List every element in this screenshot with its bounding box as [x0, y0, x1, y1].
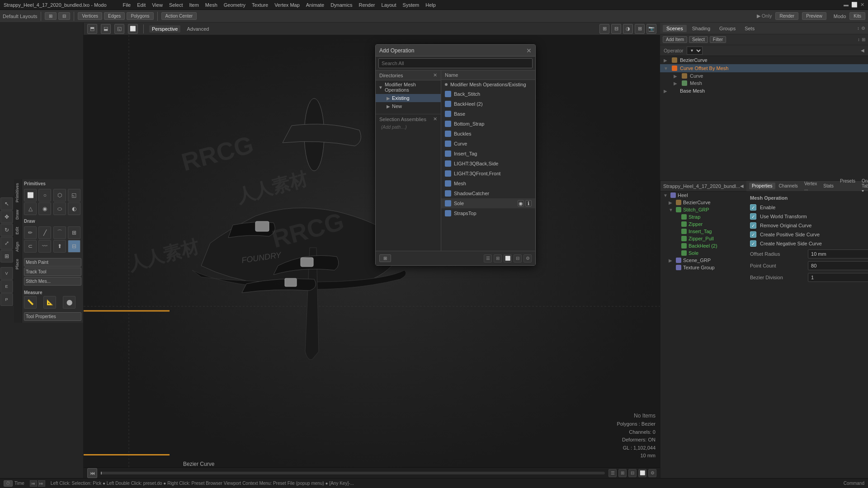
vp-bottom-large-icon[interactable]: ⬜ [638, 469, 646, 477]
list-item-base[interactable]: Base [441, 109, 535, 119]
pipe-tool[interactable]: ⊂ [24, 240, 37, 253]
tape-tool[interactable]: ⬤ [63, 296, 75, 309]
hier-backheel[interactable]: BackHeel (2) [660, 242, 746, 249]
negative-curve-checkbox[interactable] [750, 240, 756, 247]
vertices-btn[interactable]: Vertices [78, 12, 102, 20]
vp-icon-3[interactable]: ◱ [114, 24, 124, 34]
dialog-footer-btn1[interactable]: ⊞ [379, 254, 391, 262]
vp-icon-4[interactable]: ⬜ [128, 24, 138, 34]
menu-dynamics[interactable]: Dynamics [330, 2, 352, 8]
menu-vertexmap[interactable]: Vertex Map [274, 2, 300, 8]
vp-bottom-settings-icon[interactable]: ⚙ [648, 469, 656, 477]
kits-btn[interactable]: Kits [849, 12, 865, 20]
line-tool[interactable]: ╱ [38, 226, 51, 239]
cylinder-tool[interactable]: ⬡ [53, 189, 66, 202]
filter-btn[interactable]: Filter [710, 36, 726, 43]
vp-wire-icon[interactable]: ⊞ [635, 24, 645, 34]
track-tool[interactable]: Track Tool [24, 267, 81, 276]
menu-geometry[interactable]: Geometry [224, 2, 245, 8]
edit-section[interactable]: Edit [14, 223, 22, 238]
scene-settings-icon[interactable]: ⚙ [861, 26, 865, 31]
enable-checkbox[interactable] [750, 204, 756, 211]
new-item[interactable]: ▶ New [376, 102, 441, 110]
hier-stitch-grp[interactable]: ▼ Stitch_GRP [660, 206, 746, 213]
menu-texture[interactable]: Texture [252, 2, 268, 8]
point-count-input[interactable] [808, 261, 868, 270]
prop-tab-properties[interactable]: Properties [749, 183, 775, 189]
op-curve-offset[interactable]: ▼ Curve Offset By Mesh [660, 64, 868, 72]
move-tool[interactable]: ✥ [0, 211, 13, 223]
timeline-scrubber[interactable] [101, 472, 605, 474]
time-icon[interactable]: ⏱ [4, 480, 13, 487]
edge-mode[interactable]: E [0, 280, 13, 293]
scale-tool[interactable]: ⤢ [0, 237, 13, 249]
play-btn[interactable]: ⏮ [30, 480, 37, 487]
toolbar-new-mesh[interactable]: ⊞ [45, 12, 57, 20]
hier-texture-grp[interactable]: Texture Group [660, 264, 746, 271]
world-transform-checkbox[interactable] [750, 213, 756, 220]
prop-tab-stats[interactable]: Stats [821, 183, 836, 189]
op-mesh-sub[interactable]: ▶ Mesh [660, 80, 868, 87]
menu-item[interactable]: Item [189, 2, 198, 8]
preview-btn[interactable]: Preview [802, 12, 826, 20]
menu-render[interactable]: Render [359, 2, 375, 8]
menu-help[interactable]: Help [425, 2, 436, 8]
groups-tab[interactable]: Groups [716, 25, 739, 32]
vp-icon-1[interactable]: ⬒ [87, 24, 97, 34]
align-section[interactable]: Align [14, 238, 22, 256]
dialog-close-btn[interactable]: ✕ [526, 47, 532, 54]
positive-curve-checkbox[interactable] [750, 231, 756, 238]
op-collapse-icon[interactable]: ◀ [861, 48, 864, 53]
ruler-tool[interactable]: 📏 [24, 296, 37, 309]
menu-animate[interactable]: Animate [306, 2, 324, 8]
primitives-section[interactable]: Primitives [14, 179, 22, 206]
menu-layout[interactable]: Layout [382, 2, 396, 8]
operator-dropdown[interactable]: ▾ [687, 47, 703, 55]
list-item-sole[interactable]: Sole ◉ ℹ [441, 198, 535, 208]
list-item-light2[interactable]: LIGHT:3QFront,Front [441, 169, 535, 178]
list-item-strapstop[interactable]: StrapsTop [441, 208, 535, 218]
op-curve-sub[interactable]: ▶ Curve [660, 72, 868, 80]
op-beziercurve[interactable]: ▶ BezierCurve [660, 56, 868, 64]
play2-btn[interactable]: ⏭ [38, 480, 45, 487]
tool-properties-label[interactable]: Tool Properties [24, 312, 81, 321]
close-left-panel-icon[interactable]: ✕ [433, 72, 437, 78]
list-item-curve[interactable]: Curve [441, 139, 535, 149]
scenes-tab[interactable]: Scenes [663, 25, 687, 32]
cone-tool[interactable]: △ [24, 202, 37, 215]
list-item-shadowcatcher[interactable]: ShadowCatcher [441, 188, 535, 198]
advanced-tab[interactable]: Advanced [184, 25, 212, 33]
list-item-buckles[interactable]: Buckles [441, 129, 535, 139]
item-eye-icon[interactable]: ◉ [518, 200, 524, 206]
scene-view-icon1[interactable]: ↕ [858, 37, 860, 42]
edges-btn[interactable]: Edges [104, 12, 125, 20]
remove-curve-checkbox[interactable] [750, 222, 756, 229]
hier-strap[interactable]: Strap [660, 213, 746, 221]
hier-beziercurve[interactable]: ▶ BezierCurve [660, 199, 746, 206]
disc-tool[interactable]: ◐ [68, 202, 80, 215]
list-item-inserttag[interactable]: Insert_Tag [441, 149, 535, 159]
perspective-tab[interactable]: Perspective [149, 25, 180, 33]
view-grid-icon[interactable]: ⊞ [494, 254, 502, 263]
capsule-tool[interactable]: ⬭ [53, 202, 66, 215]
toolbar-preset[interactable]: ⊟ [58, 12, 70, 20]
poly-mode[interactable]: P [0, 293, 13, 306]
menu-select[interactable]: Select [169, 2, 183, 8]
prop-tab-vertex[interactable]: Vertex ... [802, 180, 820, 192]
hier-zipper[interactable]: Zipper [660, 221, 746, 228]
hier-collapse-icon[interactable]: ◀ [740, 183, 744, 188]
vp-shade-icon[interactable]: ◑ [623, 24, 633, 34]
transform-tool[interactable]: ⊞ [0, 250, 13, 263]
rotate-tool[interactable]: ↻ [0, 224, 13, 236]
protractor-tool[interactable]: 📐 [43, 296, 56, 309]
menu-mesh[interactable]: Mesh [205, 2, 217, 8]
render-btn[interactable]: Render [775, 12, 798, 20]
view-large-icon[interactable]: ⬜ [504, 254, 512, 263]
item-info-icon[interactable]: ℹ [525, 200, 532, 206]
cube-tool[interactable]: ⬜ [24, 189, 37, 202]
selection-assemblies-close[interactable]: ✕ [433, 116, 437, 122]
vp-bottom-list-icon[interactable]: ☰ [609, 469, 617, 477]
list-header-item[interactable]: Modifier Mesh Operations/Existing [441, 80, 535, 89]
pen-tool[interactable]: ✏ [24, 226, 37, 239]
mesh-paint-tool[interactable]: Mesh Paint [24, 258, 81, 267]
